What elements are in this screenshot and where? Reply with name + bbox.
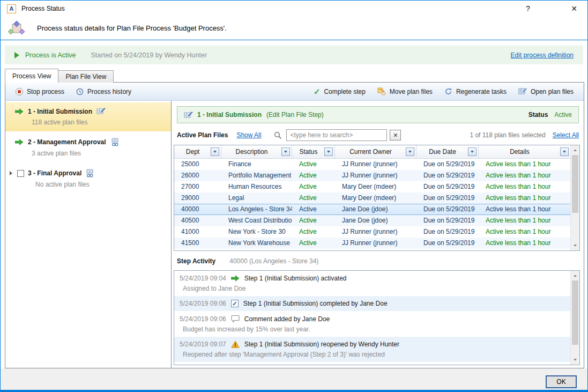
refresh-icon bbox=[444, 87, 452, 95]
process-status-dialog: A Process Status ? ✕ Process status deta… bbox=[0, 0, 588, 392]
dialog-description: Process status details for Plan File Pro… bbox=[37, 24, 227, 32]
dialog-bottom-border bbox=[1, 390, 587, 391]
process-steps-list: 1 - Initial Submission 118 active plan f… bbox=[5, 101, 172, 368]
filter-description-button[interactable] bbox=[281, 147, 290, 156]
step-detail-region: 1 - Initial Submission (Edit Plan File S… bbox=[172, 101, 584, 368]
step-activity-log: 5/24/2019 09:04 Step 1 (Initial Submissi… bbox=[174, 270, 580, 365]
scroll-up-icon[interactable] bbox=[571, 146, 579, 154]
process-toolbar: Stop process Process history ✓ Complete … bbox=[5, 83, 584, 101]
window-title: Process Status bbox=[21, 5, 65, 12]
select-all-link[interactable]: Select All bbox=[553, 131, 579, 139]
dialog-header: Process status details for Plan File Pro… bbox=[1, 17, 587, 40]
scroll-thumb[interactable] bbox=[572, 155, 578, 213]
complete-step-label: Complete step bbox=[324, 88, 365, 95]
activity-time: 5/24/2019 09:04 bbox=[180, 275, 226, 282]
column-header-due-date[interactable]: Due Date bbox=[416, 145, 479, 158]
step-activated-arrow-icon bbox=[231, 275, 240, 282]
move-plan-files-label: Move plan files bbox=[390, 88, 433, 95]
activity-scrollbar[interactable] bbox=[570, 271, 579, 365]
app-icon: A bbox=[7, 4, 16, 13]
table-row[interactable]: 29000LegalActiveMary Deer (mdeer)Due on … bbox=[174, 193, 570, 204]
tab-process-view[interactable]: Process View bbox=[5, 69, 58, 83]
process-history-button[interactable]: Process history bbox=[70, 85, 137, 98]
step-item-final-approval[interactable]: 3 - Final Approval No active plan files bbox=[5, 164, 171, 194]
chevron-down-icon bbox=[563, 151, 566, 153]
show-all-link[interactable]: Show All bbox=[236, 131, 261, 139]
clear-search-button[interactable]: ✕ bbox=[390, 130, 401, 140]
column-header-details[interactable]: Details bbox=[479, 145, 570, 158]
table-row[interactable]: 40500West Coast DistributionActiveJane D… bbox=[174, 215, 570, 226]
activity-subtext: Reopened after step 'Management Approval… bbox=[183, 351, 570, 358]
activity-entry: 5/24/2019 09:04 Step 1 (Initial Submissi… bbox=[174, 271, 570, 296]
column-header-dept[interactable]: Dept bbox=[174, 145, 221, 158]
table-row[interactable]: 41000New York - Store 30ActiveJJ Runner … bbox=[174, 226, 570, 238]
selected-step-title: 1 - Initial Submission bbox=[197, 111, 262, 119]
regenerate-tasks-button[interactable]: Regenerate tasks bbox=[438, 85, 512, 98]
warning-icon bbox=[231, 341, 240, 348]
table-row[interactable]: 26000Portfolio ManagementActiveJJ Runner… bbox=[174, 170, 570, 181]
edit-plan-file-step-link[interactable]: (Edit Plan File Step) bbox=[266, 111, 324, 119]
activity-entry: 5/24/2019 09:06 Comment added by Jane Do… bbox=[174, 311, 570, 337]
toolbar-left-group: Stop process Process history bbox=[10, 85, 137, 98]
move-plan-files-button[interactable]: Move plan files bbox=[371, 85, 438, 98]
filter-current-owner-button[interactable] bbox=[406, 147, 414, 156]
step-item-management-approval[interactable]: 2 - Management Approval 3 active plan fi… bbox=[5, 133, 171, 162]
plan-files-table: Dept Description Status Current Owner Du… bbox=[174, 145, 580, 251]
check-icon: ✓ bbox=[314, 88, 321, 95]
dialog-footer: OK bbox=[1, 368, 587, 391]
edit-process-definition-link[interactable]: Edit process definition bbox=[511, 51, 574, 59]
process-view-panel: Stop process Process history ✓ Complete … bbox=[5, 82, 584, 368]
stop-process-button[interactable]: Stop process bbox=[10, 85, 70, 98]
filter-details-button[interactable] bbox=[560, 147, 569, 156]
activity-text: Step 1 (Initial Submission) reopened by … bbox=[244, 341, 399, 348]
review-step-icon bbox=[110, 138, 120, 146]
scroll-down-icon[interactable] bbox=[571, 356, 579, 364]
activity-subtext: Assigned to Jane Doe bbox=[183, 285, 570, 292]
activity-text: Step 1 (Initial Submission) activated bbox=[244, 275, 347, 282]
table-row[interactable]: 41500New York WarehouseActiveJJ Runner (… bbox=[174, 238, 570, 249]
plan-files-controls: Active Plan Files Show All ✕ 1 of 118 pl… bbox=[177, 129, 579, 142]
scroll-up-icon[interactable] bbox=[571, 271, 579, 280]
close-button[interactable]: ✕ bbox=[567, 4, 581, 13]
ok-button[interactable]: OK bbox=[546, 375, 577, 388]
table-row[interactable]: 27000Human ResourcesActiveMary Deer (mde… bbox=[174, 181, 570, 193]
open-plan-files-icon bbox=[518, 87, 527, 95]
active-plan-files-label: Active Plan Files bbox=[177, 131, 228, 139]
table-row[interactable]: 25000FinanceActiveJJ Runner (jrunner)Due… bbox=[174, 159, 570, 170]
scroll-down-icon[interactable] bbox=[571, 241, 579, 250]
filter-dept-button[interactable] bbox=[211, 147, 219, 156]
search-input[interactable] bbox=[286, 129, 387, 141]
step-active-arrow-icon bbox=[15, 108, 24, 115]
scroll-thumb[interactable] bbox=[572, 280, 578, 345]
table-header-row: Dept Description Status Current Owner Du… bbox=[174, 145, 570, 159]
filter-status-button[interactable] bbox=[324, 147, 333, 156]
activity-entry: 5/24/2019 09:07 Step 1 (Initial Submissi… bbox=[174, 337, 570, 362]
column-header-current-owner[interactable]: Current Owner bbox=[335, 145, 416, 158]
table-row-selected[interactable]: 40000Los Angeles - Store 34ActiveJane Do… bbox=[174, 204, 570, 215]
complete-step-button[interactable]: ✓ Complete step bbox=[308, 85, 371, 98]
open-plan-files-button[interactable]: Open plan files bbox=[512, 85, 579, 98]
step-activity-context: 40000 (Los Angeles - Store 34) bbox=[229, 257, 318, 265]
expander-icon[interactable] bbox=[10, 171, 12, 175]
step-item-initial-submission[interactable]: 1 - Initial Submission 118 active plan f… bbox=[5, 102, 171, 131]
title-bar: A Process Status ? ✕ bbox=[1, 1, 587, 17]
tab-plan-file-view[interactable]: Plan File View bbox=[58, 70, 114, 83]
column-header-description[interactable]: Description bbox=[221, 145, 292, 158]
completed-checkbox-icon: ✓ bbox=[231, 300, 239, 307]
help-button[interactable]: ? bbox=[521, 4, 535, 13]
step-checkbox[interactable] bbox=[17, 170, 24, 177]
step-title: 3 - Final Approval bbox=[28, 169, 81, 177]
search-icon bbox=[274, 131, 282, 139]
edit-step-icon bbox=[184, 111, 193, 119]
step-activity-header: Step Activity 40000 (Los Angeles - Store… bbox=[177, 257, 318, 265]
step-title: 1 - Initial Submission bbox=[28, 108, 92, 115]
table-scrollbar[interactable] bbox=[570, 145, 579, 250]
view-tabs: Process View Plan File View bbox=[5, 69, 114, 83]
process-history-label: Process history bbox=[87, 88, 131, 95]
status-label: Status bbox=[529, 111, 548, 119]
filter-due-date-button[interactable] bbox=[468, 147, 477, 156]
chevron-down-icon bbox=[284, 151, 287, 153]
column-header-status[interactable]: Status bbox=[292, 145, 335, 158]
selected-step-header: 1 - Initial Submission (Edit Plan File S… bbox=[177, 106, 579, 123]
chevron-down-icon bbox=[471, 151, 474, 153]
